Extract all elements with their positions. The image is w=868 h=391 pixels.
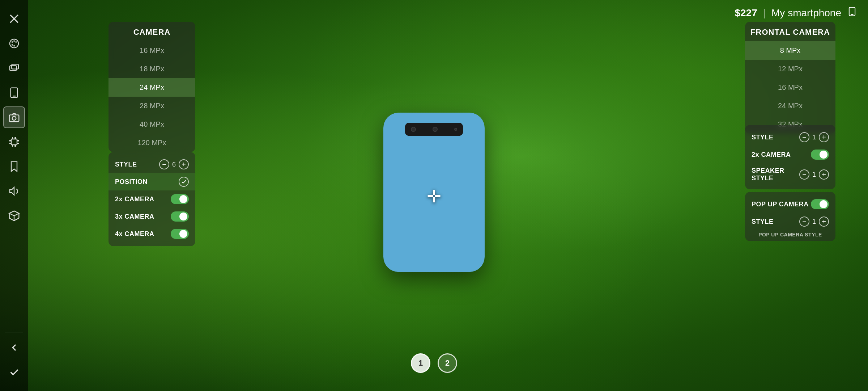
frontal-camera2x-label: 2x CAMERA [752,151,791,159]
camera-option-28mpx[interactable]: 28 MPx [109,97,195,115]
pagination: 1 2 [411,353,457,373]
header-phone-icon [847,7,857,19]
popup-style-row: STYLE − 1 + [745,213,835,230]
camera2x-toggle[interactable] [171,194,189,204]
camera-panel-title: CAMERA [109,22,195,41]
sidebar-item-camera[interactable] [3,106,25,128]
phone-body[interactable]: ✛ [383,113,485,272]
frontal-style-row: STYLE − 1 + [745,129,835,146]
camera4x-row: 4x CAMERA [109,225,195,243]
popup-style-increase-btn[interactable]: + [819,216,829,227]
speaker-icon [8,185,20,197]
speaker-style-decrease-btn[interactable]: − [799,169,809,180]
popup-camera-panel: POP UP CAMERA STYLE − 1 + POP UP CAMERA … [745,192,835,241]
frontal-camera-title: FRONTAL CAMERA [745,22,835,41]
svg-rect-9 [12,64,18,69]
popup-camera-toggle[interactable] [811,199,829,209]
sidebar-item-close[interactable] [3,8,25,30]
svg-point-7 [13,45,15,47]
frontal-style-panel: STYLE − 1 + 2x CAMERA SPEAKER STYLE − 1 … [745,125,835,189]
camera3x-toggle[interactable] [171,211,189,222]
frontal-style-increase-btn[interactable]: + [819,132,829,142]
popup-camera-row: POP UP CAMERA [745,196,835,213]
speaker-style-value: 1 [812,171,816,178]
sidebar-item-cards[interactable] [3,57,25,79]
svg-point-6 [12,44,13,46]
price-label: $227 [735,7,757,19]
style-row: STYLE − 6 + [109,156,195,173]
sidebar-item-bookmark[interactable] [3,156,25,177]
frontal-option-8mpx[interactable]: 8 MPx [745,41,835,60]
cube-icon [8,210,20,222]
sidebar-item-speaker[interactable] [3,180,25,202]
camera4x-toggle[interactable] [171,229,189,239]
camera-option-18mpx[interactable]: 18 MPx [109,60,195,78]
speaker-style-row: SPEAKER STYLE − 1 + [745,163,835,186]
device-name: My smartphone [771,7,841,19]
svg-point-13 [12,116,16,120]
style-increase-btn[interactable]: + [179,159,189,169]
svg-point-4 [13,40,15,42]
back-icon [8,342,20,353]
style-decrease-btn[interactable]: − [159,159,169,169]
close-icon [8,13,20,25]
sidebar-item-confirm[interactable] [3,361,25,383]
position-row[interactable]: POSITION [109,173,195,190]
palette-icon [8,38,20,49]
confirm-icon [8,366,20,378]
style-value: 6 [172,161,176,168]
svg-point-3 [12,41,13,43]
sidebar-item-chip[interactable] [3,131,25,153]
camera2x-row: 2x CAMERA [109,190,195,208]
camera4x-label: 4x CAMERA [115,230,154,238]
position-label: POSITION [115,178,148,186]
page-2-btn[interactable]: 2 [438,353,457,373]
camera3x-row: 3x CAMERA [109,208,195,225]
position-check-icon [179,177,189,187]
camera-resolution-panel: CAMERA 16 MPx 18 MPx 24 MPx 28 MPx 40 MP… [109,22,195,152]
camera-option-120mpx[interactable]: 120 MPx [109,134,195,152]
sidebar-item-palette[interactable] [3,33,25,54]
camera-option-16mpx[interactable]: 16 MPx [109,41,195,60]
frontal-option-16mpx[interactable]: 16 MPx [745,78,835,97]
popup-style-value: 1 [812,218,816,226]
svg-rect-14 [11,139,17,145]
frontal-camera2x-toggle[interactable] [811,150,829,160]
svg-point-5 [15,41,17,43]
popup-style-label: STYLE [752,218,774,226]
frontal-style-decrease-btn[interactable]: − [799,132,809,142]
page-1-btn[interactable]: 1 [411,353,430,373]
popup-style-decrease-btn[interactable]: − [799,216,809,227]
speaker-style-value-group: − 1 + [799,169,829,180]
camera-icon [8,112,20,123]
screen-icon [8,87,20,98]
sidebar-item-cube[interactable] [3,205,25,227]
camera-option-24mpx[interactable]: 24 MPx [109,78,195,97]
frontal-option-12mpx[interactable]: 12 MPx [745,60,835,78]
speaker-style-increase-btn[interactable]: + [819,169,829,180]
sidebar-item-screen[interactable] [3,82,25,104]
camera-lens-1 [411,127,416,132]
frontal-option-24mpx[interactable]: 24 MPx [745,97,835,115]
style-value-group: − 6 + [159,159,189,169]
frontal-camera2x-row: 2x CAMERA [745,146,835,163]
frontal-style-label: STYLE [752,134,774,141]
frontal-style-value-group: − 1 + [799,132,829,142]
chip-icon [8,136,20,148]
frontal-style-value: 1 [812,134,816,141]
svg-rect-12 [9,115,19,122]
camera2x-label: 2x CAMERA [115,196,154,203]
camera-option-40mpx[interactable]: 40 MPx [109,115,195,134]
style-label: STYLE [115,161,137,168]
popup-style-text: POP UP CAMERA STYLE [745,232,835,237]
sidebar-bottom [3,329,25,384]
camera-controls-panel: STYLE − 6 + POSITION 2x CAMERA 3x CAMERA… [109,152,195,246]
sidebar-item-back[interactable] [3,337,25,358]
header-divider: | [763,7,766,19]
bookmark-icon [8,161,20,172]
camera-bar [405,123,463,136]
phone-container: ✛ [383,113,485,272]
speaker-style-label: SPEAKER STYLE [752,167,799,182]
sidebar-divider [5,332,23,332]
camera-lens-3 [454,128,457,131]
